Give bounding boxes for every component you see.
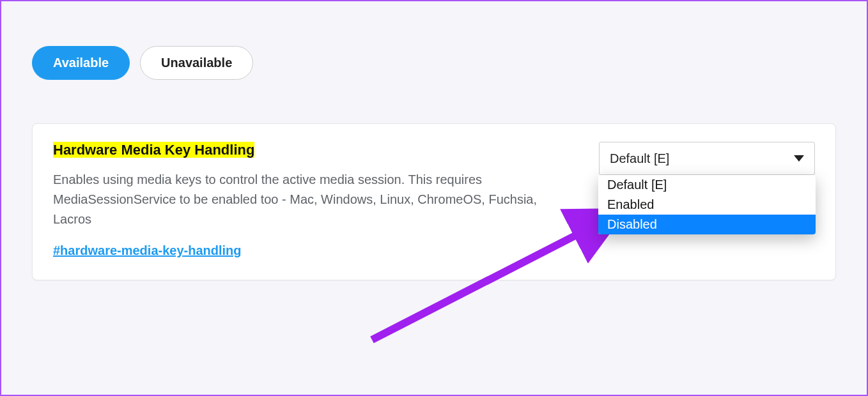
select-value: Default [E] (610, 151, 669, 166)
flag-state-select[interactable]: Default [E] (599, 142, 815, 175)
tab-available[interactable]: Available (32, 46, 130, 80)
flag-title: Hardware Media Key Handling (53, 142, 254, 158)
flag-anchor-link[interactable]: #hardware-media-key-handling (53, 243, 242, 258)
flag-select-wrap: Default [E] Default [E] Enabled Disabled (599, 142, 815, 175)
option-enabled[interactable]: Enabled (598, 195, 816, 215)
tab-unavailable[interactable]: Unavailable (140, 46, 253, 80)
option-default[interactable]: Default [E] (598, 175, 816, 195)
flags-page: Available Unavailable Hardware Media Key… (1, 1, 867, 280)
chevron-down-icon (794, 155, 804, 162)
flag-content: Hardware Media Key Handling Enables usin… (53, 142, 578, 258)
option-disabled[interactable]: Disabled (598, 215, 816, 234)
flag-card: Hardware Media Key Handling Enables usin… (32, 123, 836, 280)
flag-description: Enables using media keys to control the … (53, 170, 578, 229)
flag-state-dropdown: Default [E] Enabled Disabled (598, 175, 816, 234)
tab-bar: Available Unavailable (32, 46, 836, 80)
